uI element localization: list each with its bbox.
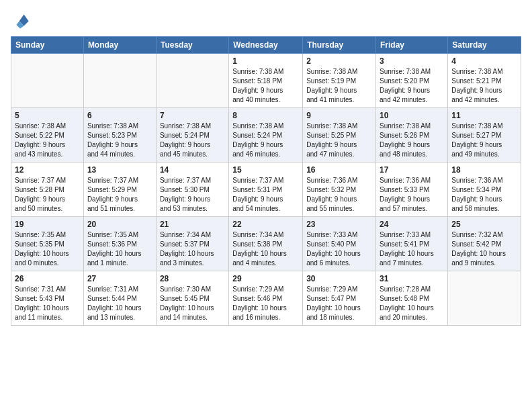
day-number: 12: [15, 165, 80, 175]
day-info: Sunrise: 7:34 AM Sunset: 5:38 PM Dayligh…: [232, 230, 299, 268]
weekday-header-tuesday: Tuesday: [156, 37, 228, 54]
calendar-cell: 28Sunrise: 7:30 AM Sunset: 5:45 PM Dayli…: [156, 271, 228, 326]
calendar-cell: 21Sunrise: 7:34 AM Sunset: 5:37 PM Dayli…: [156, 217, 228, 271]
day-number: 24: [380, 220, 444, 229]
day-info: Sunrise: 7:38 AM Sunset: 5:27 PM Dayligh…: [451, 122, 517, 159]
calendar-cell: [11, 54, 84, 108]
calendar-cell: 22Sunrise: 7:34 AM Sunset: 5:38 PM Dayli…: [229, 217, 303, 271]
calendar-cell: 14Sunrise: 7:37 AM Sunset: 5:30 PM Dayli…: [156, 163, 228, 217]
day-number: 16: [306, 165, 372, 175]
day-info: Sunrise: 7:30 AM Sunset: 5:45 PM Dayligh…: [160, 285, 225, 322]
day-number: 2: [306, 56, 372, 66]
day-number: 20: [87, 220, 152, 229]
weekday-header-monday: Monday: [83, 37, 156, 54]
calendar-cell: 24Sunrise: 7:33 AM Sunset: 5:41 PM Dayli…: [376, 217, 448, 271]
day-number: 23: [306, 220, 372, 229]
calendar-cell: 5Sunrise: 7:38 AM Sunset: 5:22 PM Daylig…: [11, 108, 84, 163]
calendar-cell: 1Sunrise: 7:38 AM Sunset: 5:18 PM Daylig…: [229, 54, 303, 108]
day-info: Sunrise: 7:35 AM Sunset: 5:35 PM Dayligh…: [15, 230, 80, 268]
day-info: Sunrise: 7:36 AM Sunset: 5:32 PM Dayligh…: [306, 176, 372, 214]
day-number: 7: [160, 111, 225, 120]
day-info: Sunrise: 7:28 AM Sunset: 5:48 PM Dayligh…: [380, 285, 444, 322]
logo-icon: [11, 11, 30, 30]
day-number: 21: [160, 220, 225, 229]
day-number: 9: [306, 111, 372, 120]
day-info: Sunrise: 7:38 AM Sunset: 5:22 PM Dayligh…: [15, 122, 80, 159]
calendar-week-4: 19Sunrise: 7:35 AM Sunset: 5:35 PM Dayli…: [11, 217, 521, 271]
page-container: SundayMondayTuesdayWednesdayThursdayFrid…: [0, 0, 532, 334]
day-info: Sunrise: 7:37 AM Sunset: 5:30 PM Dayligh…: [160, 176, 225, 214]
calendar-cell: 26Sunrise: 7:31 AM Sunset: 5:43 PM Dayli…: [11, 271, 84, 326]
calendar: SundayMondayTuesdayWednesdayThursdayFrid…: [11, 36, 521, 326]
calendar-cell: 3Sunrise: 7:38 AM Sunset: 5:20 PM Daylig…: [376, 54, 448, 108]
calendar-cell: 13Sunrise: 7:37 AM Sunset: 5:29 PM Dayli…: [83, 163, 156, 217]
day-number: 26: [15, 274, 80, 283]
calendar-cell: 20Sunrise: 7:35 AM Sunset: 5:36 PM Dayli…: [83, 217, 156, 271]
calendar-cell: 18Sunrise: 7:36 AM Sunset: 5:34 PM Dayli…: [448, 163, 521, 217]
calendar-cell: 17Sunrise: 7:36 AM Sunset: 5:33 PM Dayli…: [376, 163, 448, 217]
day-info: Sunrise: 7:37 AM Sunset: 5:31 PM Dayligh…: [232, 176, 299, 214]
calendar-cell: 6Sunrise: 7:38 AM Sunset: 5:23 PM Daylig…: [83, 108, 156, 163]
day-number: 4: [451, 56, 517, 66]
calendar-cell: 9Sunrise: 7:38 AM Sunset: 5:25 PM Daylig…: [303, 108, 376, 163]
day-number: 6: [87, 111, 152, 120]
day-info: Sunrise: 7:29 AM Sunset: 5:46 PM Dayligh…: [232, 285, 299, 322]
day-info: Sunrise: 7:31 AM Sunset: 5:44 PM Dayligh…: [87, 285, 152, 322]
calendar-cell: 8Sunrise: 7:38 AM Sunset: 5:24 PM Daylig…: [229, 108, 303, 163]
weekday-header-sunday: Sunday: [11, 37, 84, 54]
day-info: Sunrise: 7:34 AM Sunset: 5:37 PM Dayligh…: [160, 230, 225, 268]
day-number: 10: [380, 111, 444, 120]
day-info: Sunrise: 7:38 AM Sunset: 5:18 PM Dayligh…: [232, 67, 299, 105]
day-info: Sunrise: 7:32 AM Sunset: 5:42 PM Dayligh…: [451, 230, 517, 268]
calendar-week-5: 26Sunrise: 7:31 AM Sunset: 5:43 PM Dayli…: [11, 271, 521, 326]
calendar-header-row: SundayMondayTuesdayWednesdayThursdayFrid…: [11, 37, 521, 54]
day-number: 22: [232, 220, 299, 229]
day-info: Sunrise: 7:33 AM Sunset: 5:41 PM Dayligh…: [380, 230, 444, 268]
day-info: Sunrise: 7:37 AM Sunset: 5:29 PM Dayligh…: [87, 176, 152, 214]
header: [11, 11, 521, 30]
day-info: Sunrise: 7:38 AM Sunset: 5:20 PM Dayligh…: [380, 67, 444, 105]
day-number: 19: [15, 220, 80, 229]
day-info: Sunrise: 7:36 AM Sunset: 5:34 PM Dayligh…: [451, 176, 517, 214]
day-info: Sunrise: 7:38 AM Sunset: 5:26 PM Dayligh…: [380, 122, 444, 159]
calendar-week-1: 1Sunrise: 7:38 AM Sunset: 5:18 PM Daylig…: [11, 54, 521, 108]
calendar-cell: 11Sunrise: 7:38 AM Sunset: 5:27 PM Dayli…: [448, 108, 521, 163]
day-info: Sunrise: 7:31 AM Sunset: 5:43 PM Dayligh…: [15, 285, 80, 322]
calendar-cell: 25Sunrise: 7:32 AM Sunset: 5:42 PM Dayli…: [448, 217, 521, 271]
day-number: 3: [380, 56, 444, 66]
calendar-cell: 19Sunrise: 7:35 AM Sunset: 5:35 PM Dayli…: [11, 217, 84, 271]
day-info: Sunrise: 7:29 AM Sunset: 5:47 PM Dayligh…: [306, 285, 372, 322]
calendar-cell: 7Sunrise: 7:38 AM Sunset: 5:24 PM Daylig…: [156, 108, 228, 163]
calendar-cell: 15Sunrise: 7:37 AM Sunset: 5:31 PM Dayli…: [229, 163, 303, 217]
calendar-cell: 4Sunrise: 7:38 AM Sunset: 5:21 PM Daylig…: [448, 54, 521, 108]
logo: [11, 11, 32, 30]
calendar-cell: 29Sunrise: 7:29 AM Sunset: 5:46 PM Dayli…: [229, 271, 303, 326]
day-info: Sunrise: 7:38 AM Sunset: 5:19 PM Dayligh…: [306, 67, 372, 105]
weekday-header-thursday: Thursday: [303, 37, 376, 54]
day-info: Sunrise: 7:38 AM Sunset: 5:24 PM Dayligh…: [160, 122, 225, 159]
day-number: 8: [232, 111, 299, 120]
day-number: 13: [87, 165, 152, 175]
day-number: 18: [451, 165, 517, 175]
day-number: 25: [451, 220, 517, 229]
day-number: 30: [306, 274, 372, 283]
calendar-cell: 10Sunrise: 7:38 AM Sunset: 5:26 PM Dayli…: [376, 108, 448, 163]
day-number: 15: [232, 165, 299, 175]
calendar-cell: 30Sunrise: 7:29 AM Sunset: 5:47 PM Dayli…: [303, 271, 376, 326]
day-info: Sunrise: 7:35 AM Sunset: 5:36 PM Dayligh…: [87, 230, 152, 268]
day-info: Sunrise: 7:38 AM Sunset: 5:21 PM Dayligh…: [451, 67, 517, 105]
calendar-cell: 16Sunrise: 7:36 AM Sunset: 5:32 PM Dayli…: [303, 163, 376, 217]
day-number: 27: [87, 274, 152, 283]
day-number: 28: [160, 274, 225, 283]
day-number: 11: [451, 111, 517, 120]
day-info: Sunrise: 7:38 AM Sunset: 5:23 PM Dayligh…: [87, 122, 152, 159]
calendar-week-2: 5Sunrise: 7:38 AM Sunset: 5:22 PM Daylig…: [11, 108, 521, 163]
weekday-header-wednesday: Wednesday: [229, 37, 303, 54]
calendar-cell: [156, 54, 228, 108]
calendar-week-3: 12Sunrise: 7:37 AM Sunset: 5:28 PM Dayli…: [11, 163, 521, 217]
calendar-cell: 27Sunrise: 7:31 AM Sunset: 5:44 PM Dayli…: [83, 271, 156, 326]
day-number: 5: [15, 111, 80, 120]
day-number: 14: [160, 165, 225, 175]
day-number: 17: [380, 165, 444, 175]
day-info: Sunrise: 7:36 AM Sunset: 5:33 PM Dayligh…: [380, 176, 444, 214]
